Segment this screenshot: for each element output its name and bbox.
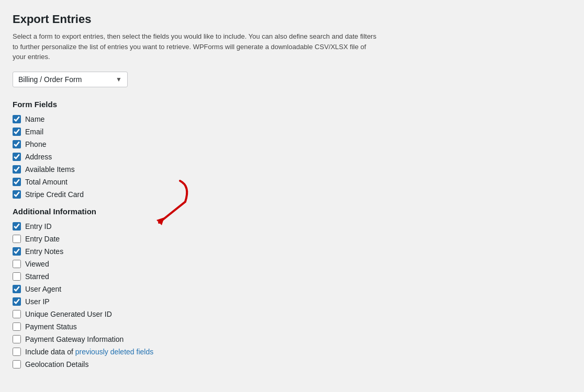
field-starred-label: Starred (25, 272, 49, 281)
field-entry-notes[interactable]: Entry Notes (13, 247, 571, 256)
field-viewed[interactable]: Viewed (13, 260, 571, 268)
field-viewed-checkbox[interactable] (13, 260, 21, 268)
field-email[interactable]: Email (13, 128, 571, 136)
field-entry-id-label: Entry ID (25, 222, 52, 230)
field-entry-id[interactable]: Entry ID (13, 222, 571, 230)
field-email-checkbox[interactable] (13, 128, 21, 136)
field-user-ip-label: User IP (25, 297, 50, 306)
field-user-ip-checkbox[interactable] (13, 297, 21, 306)
field-geolocation-checkbox[interactable] (13, 360, 21, 368)
field-unique-user-id[interactable]: Unique Generated User ID (13, 310, 571, 318)
field-deleted-fields[interactable]: Include data of previously deleted field… (13, 348, 571, 356)
field-available-items-label: Available Items (25, 165, 75, 174)
field-entry-date-checkbox[interactable] (13, 235, 21, 243)
form-selector[interactable]: Billing / Order Form (18, 75, 111, 84)
field-payment-status[interactable]: Payment Status (13, 322, 571, 331)
form-fields-section: Form Fields Name Email Phone Address Ava… (13, 100, 571, 199)
field-phone[interactable]: Phone (13, 140, 571, 148)
field-deleted-fields-checkbox[interactable] (13, 348, 21, 356)
form-fields-title: Form Fields (13, 100, 571, 109)
page-description: Select a form to export entries, then se… (13, 31, 379, 62)
field-payment-status-checkbox[interactable] (13, 322, 21, 331)
field-payment-gateway-checkbox[interactable] (13, 335, 21, 343)
field-viewed-label: Viewed (25, 260, 49, 268)
field-address-checkbox[interactable] (13, 153, 21, 161)
field-user-agent-checkbox[interactable] (13, 285, 21, 293)
form-selector-wrapper[interactable]: Billing / Order Form ▼ (13, 72, 128, 87)
additional-info-section: Additional Information Entry ID Entry Da… (13, 207, 571, 368)
field-geolocation[interactable]: Geolocation Details (13, 360, 571, 368)
field-name-checkbox[interactable] (13, 115, 21, 123)
page-title: Export Entries (13, 13, 571, 26)
field-total-amount[interactable]: Total Amount (13, 178, 571, 186)
field-entry-notes-checkbox[interactable] (13, 247, 21, 256)
field-deleted-fields-label: Include data of previously deleted field… (25, 348, 153, 356)
field-total-amount-label: Total Amount (25, 178, 68, 186)
field-entry-date-label: Entry Date (25, 235, 60, 243)
previously-deleted-link[interactable]: previously deleted fields (75, 348, 153, 356)
field-geolocation-label: Geolocation Details (25, 360, 88, 368)
field-phone-checkbox[interactable] (13, 140, 21, 148)
field-stripe-cc[interactable]: Stripe Credit Card (13, 190, 571, 199)
field-user-agent[interactable]: User Agent (13, 285, 571, 293)
field-available-items[interactable]: Available Items (13, 165, 571, 174)
field-stripe-cc-checkbox[interactable] (13, 190, 21, 199)
field-payment-status-label: Payment Status (25, 322, 77, 331)
field-unique-user-id-checkbox[interactable] (13, 310, 21, 318)
field-name-label: Name (25, 115, 44, 123)
field-name[interactable]: Name (13, 115, 571, 123)
field-entry-date[interactable]: Entry Date (13, 235, 571, 243)
field-payment-gateway-label: Payment Gateway Information (25, 335, 123, 343)
field-starred-checkbox[interactable] (13, 272, 21, 281)
field-starred[interactable]: Starred (13, 272, 571, 281)
field-entry-id-checkbox[interactable] (13, 222, 21, 230)
dropdown-arrow-icon: ▼ (116, 76, 122, 83)
field-address-label: Address (25, 153, 52, 161)
field-payment-gateway[interactable]: Payment Gateway Information (13, 335, 571, 343)
field-phone-label: Phone (25, 140, 46, 148)
field-available-items-checkbox[interactable] (13, 165, 21, 174)
field-stripe-cc-label: Stripe Credit Card (25, 190, 84, 199)
field-user-agent-label: User Agent (25, 285, 61, 293)
field-user-ip[interactable]: User IP (13, 297, 571, 306)
field-unique-user-id-label: Unique Generated User ID (25, 310, 112, 318)
additional-info-title: Additional Information (13, 207, 571, 216)
field-email-label: Email (25, 128, 43, 136)
field-total-amount-checkbox[interactable] (13, 178, 21, 186)
field-address[interactable]: Address (13, 153, 571, 161)
field-entry-notes-label: Entry Notes (25, 247, 63, 256)
